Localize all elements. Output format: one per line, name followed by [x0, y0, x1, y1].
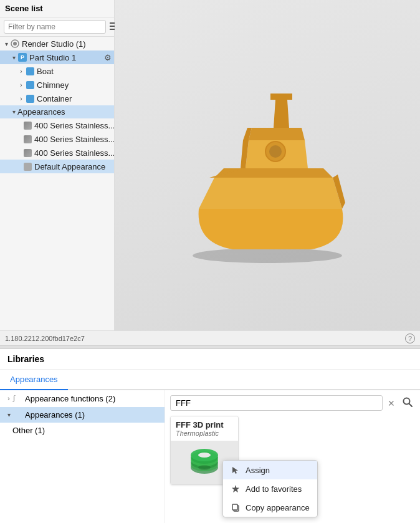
libraries-tabs: Appearances	[0, 370, 420, 390]
copy-appearance-label: Copy appearance	[246, 503, 310, 512]
expand-arrow-part: ▾	[10, 54, 17, 61]
tree-item-render-studio[interactable]: ▾ Render Studio (1)	[0, 37, 114, 50]
search-input[interactable]	[170, 395, 383, 411]
chimney-icon	[25, 80, 35, 90]
boat-icon	[25, 66, 35, 76]
chimney-label: Chimney	[37, 80, 69, 90]
coil-icon	[186, 444, 223, 481]
tab-appearances-label: Appearances	[10, 375, 58, 384]
ctx-menu-copy-appearance[interactable]: Copy appearance	[223, 498, 317, 517]
search-button[interactable]	[400, 396, 415, 411]
tab-appearances[interactable]: Appearances	[0, 370, 68, 390]
app3-icon	[22, 148, 32, 158]
container-label: Container	[37, 94, 72, 103]
lib-item-functions[interactable]: › ∫ Appearance functions (2)	[0, 390, 165, 407]
part-studio-icon: P	[17, 52, 27, 62]
help-icon[interactable]: ?	[405, 333, 415, 343]
lib-sidebar: › ∫ Appearance functions (2) ▾ Appearanc…	[0, 390, 165, 523]
tree-item-boat[interactable]: › Boat	[0, 64, 114, 78]
app2-label: 400 Series Stainless...	[34, 135, 114, 144]
expand-arrow-boat: ›	[17, 68, 25, 75]
app1-icon	[22, 120, 32, 130]
copy-icon	[231, 502, 241, 512]
lib-appearances-label: Appearances (1)	[25, 410, 85, 420]
tree-item-app1[interactable]: 400 Series Stainless...	[0, 118, 114, 132]
app3-label: 400 Series Stainless...	[34, 148, 114, 158]
lib-other-label: Other (1)	[12, 426, 45, 435]
context-menu: Assign Add to favorites	[222, 460, 318, 517]
expand-arrow-appearances: ▾	[10, 108, 17, 115]
ctx-menu-add-favorites[interactable]: Add to favorites	[223, 479, 317, 498]
svg-text:∫: ∫	[12, 394, 16, 402]
svg-point-4	[13, 42, 17, 46]
scene-list-header: Scene list	[0, 0, 114, 17]
lib-item-other[interactable]: Other (1)	[0, 423, 165, 438]
filter-input[interactable]	[4, 20, 106, 34]
tree-item-appearances-group[interactable]: ▾ Appearances	[0, 105, 114, 118]
svg-rect-27	[232, 504, 237, 510]
function-icon: ∫	[12, 393, 22, 404]
boat-label: Boat	[37, 67, 54, 76]
svg-point-24	[198, 465, 211, 470]
star-icon	[231, 484, 241, 494]
lib-content: ✕ FFF 3D print Thermoplastic	[165, 390, 420, 523]
svg-point-11	[193, 248, 342, 263]
libraries-body: › ∫ Appearance functions (2) ▾ Appearanc…	[0, 390, 420, 523]
expand-arrow-lib-apps: ▾	[5, 411, 12, 418]
assign-label: Assign	[246, 466, 270, 475]
cursor-icon	[231, 465, 241, 475]
ctx-menu-assign[interactable]: Assign	[223, 461, 317, 479]
version-text: 1.180.2212.200fbd17e2c7	[5, 335, 400, 342]
tree-item-part-studio[interactable]: ▾ P Part Studio 1 ⚙	[0, 50, 114, 64]
container-icon	[25, 94, 35, 103]
tree-item-app2[interactable]: 400 Series Stainless...	[0, 132, 114, 146]
render-studio-icon	[10, 39, 20, 49]
material-card-header: FFF 3D print Thermoplastic	[171, 416, 238, 441]
expand-arrow-chimney: ›	[17, 82, 25, 89]
version-bar: 1.180.2212.200fbd17e2c7 ?	[0, 330, 420, 345]
svg-point-23	[198, 453, 211, 458]
libraries-title: Libraries	[7, 354, 44, 364]
appearances-group-label: Appearances	[17, 107, 65, 117]
default-appearance-label: Default Appearance	[34, 162, 105, 171]
svg-marker-25	[232, 485, 239, 492]
app2-icon	[22, 134, 32, 144]
add-favorites-label: Add to favorites	[246, 484, 302, 494]
default-app-icon	[22, 161, 32, 171]
app1-label: 400 Series Stainless...	[34, 121, 114, 130]
lib-functions-label: Appearance functions (2)	[25, 394, 115, 403]
material-subtitle: Thermoplastic	[176, 429, 233, 437]
tree-item-default-appearance[interactable]: Default Appearance	[0, 160, 114, 173]
expand-arrow: ▾	[2, 41, 10, 47]
scene-tree: ▾ Render Studio (1) ▾ P Part S	[0, 37, 114, 330]
search-icon	[403, 397, 413, 407]
tree-item-app3[interactable]: 400 Series Stainless...	[0, 146, 114, 160]
lib-item-appearances[interactable]: ▾ Appearances (1)	[0, 407, 165, 423]
expand-arrow-functions: ›	[5, 395, 12, 402]
svg-line-16	[409, 403, 413, 406]
libraries-header: Libraries	[0, 349, 420, 370]
svg-point-13	[269, 145, 282, 158]
filter-row	[0, 17, 114, 37]
tree-item-container[interactable]: › Container	[0, 92, 114, 105]
libraries-panel: Libraries Appearances › ∫ Appearance fun…	[0, 349, 420, 523]
search-clear-button[interactable]: ✕	[385, 397, 398, 410]
part-studio-label: Part Studio 1	[29, 53, 76, 62]
render-studio-label: Render Studio (1)	[22, 39, 86, 49]
viewport[interactable]	[115, 0, 420, 330]
tree-item-chimney[interactable]: › Chimney	[0, 78, 114, 92]
scene-list-title: Scene list	[5, 4, 43, 13]
search-row: ✕	[170, 395, 415, 411]
expand-arrow-container: ›	[17, 95, 25, 102]
gear-button[interactable]: ⚙	[104, 53, 112, 62]
boat-3d-model	[165, 65, 370, 265]
material-title: FFF 3D print	[176, 420, 233, 429]
